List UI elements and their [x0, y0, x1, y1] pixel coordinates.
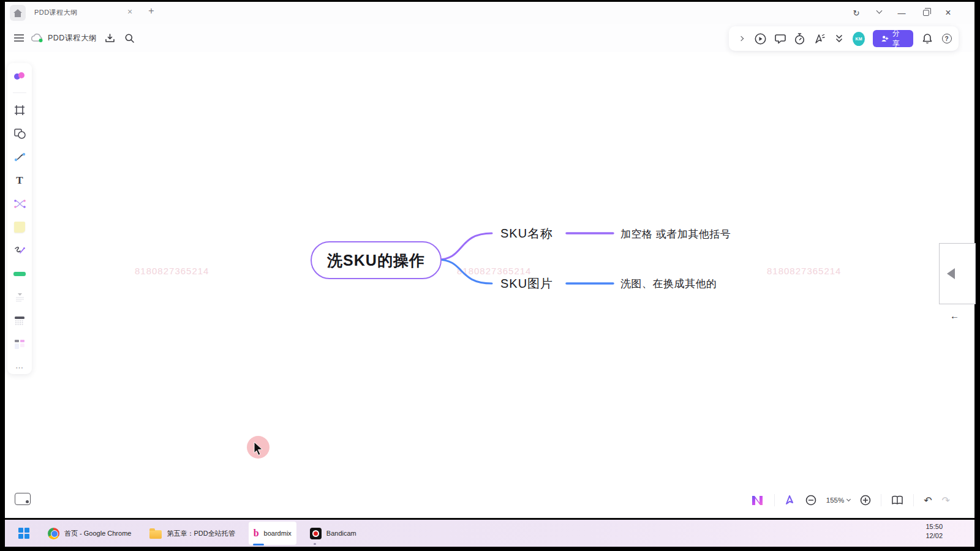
taskbar-item-chrome[interactable]: 首页 - Google Chrome: [43, 522, 136, 545]
mindmap-branch-node[interactable]: SKU图片: [500, 276, 553, 292]
laser-pointer-button[interactable]: [813, 32, 825, 45]
close-icon: ×: [945, 7, 951, 18]
synced-dot: [39, 39, 43, 42]
refresh-button[interactable]: ↻: [849, 7, 864, 19]
tab-close-icon[interactable]: ×: [125, 7, 135, 17]
share-label: 分享: [892, 28, 905, 49]
refresh-icon: ↻: [853, 9, 860, 18]
chevron-down-icon: [846, 497, 851, 501]
shape-tool[interactable]: [13, 127, 26, 140]
cloud-icon: [31, 33, 44, 43]
document-title[interactable]: PDD课程大纲: [48, 33, 97, 43]
comment-icon: [775, 34, 786, 44]
sync-status: [31, 31, 44, 45]
collapse-more-button[interactable]: [833, 32, 845, 45]
table-icon: [14, 316, 25, 326]
mindmap-leaf-node[interactable]: 加空格 或者加其他括号: [620, 227, 731, 241]
close-button[interactable]: ×: [941, 7, 956, 19]
more-tools-button[interactable]: ⋯: [13, 361, 26, 374]
boardmix-icon: b: [254, 528, 259, 539]
templates-button[interactable]: [13, 69, 26, 82]
taskbar-item-bandicam[interactable]: Bandicam: [305, 522, 361, 545]
minimize-icon: —: [898, 9, 906, 18]
taskbar-item-folder[interactable]: 第五章：PDD全站托管: [145, 522, 239, 545]
divider: [774, 494, 775, 506]
download-button[interactable]: [103, 31, 116, 45]
mindmap-icon: [14, 200, 26, 208]
taskbar-clock[interactable]: 15:50 12/02: [925, 522, 943, 541]
mindmap-leaf-node[interactable]: 洗图、在换成其他的: [620, 277, 717, 291]
expand-left-icon: [947, 268, 955, 279]
mouse-cursor-icon: [252, 441, 265, 456]
frame-tool[interactable]: [13, 103, 26, 116]
select-cursor-icon[interactable]: [785, 495, 796, 506]
maximize-button[interactable]: [919, 7, 933, 19]
chevron-right-icon: [738, 36, 743, 41]
presentation-mode-button[interactable]: [15, 493, 31, 505]
mindmap-connectors: [5, 2, 974, 518]
minimize-button[interactable]: —: [894, 7, 909, 19]
sticky-note-tool[interactable]: [13, 220, 26, 233]
chart-tool[interactable]: [13, 291, 26, 304]
redo-button[interactable]: ↷: [942, 495, 950, 506]
timer-button[interactable]: [794, 32, 805, 45]
help-icon: ?: [942, 34, 952, 43]
present-play-button[interactable]: [755, 32, 766, 45]
minimap-button[interactable]: [891, 495, 903, 505]
titlebar: PDD课程大纲 × + ↻ — ×: [5, 2, 974, 24]
right-panel-toggle[interactable]: [939, 243, 976, 304]
help-button[interactable]: ?: [941, 32, 952, 45]
running-indicator: [314, 543, 316, 545]
home-button[interactable]: [10, 5, 26, 21]
comment-button[interactable]: [774, 32, 786, 45]
frame-icon: [14, 105, 25, 116]
chevron-down-icon: [876, 8, 882, 14]
folder-icon: [149, 530, 162, 539]
double-chevron-down-icon: [835, 34, 843, 43]
expand-toolbar-button[interactable]: [735, 32, 747, 45]
zoom-in-button[interactable]: [860, 495, 871, 506]
clock-date: 12/02: [925, 531, 943, 541]
window-menu-button[interactable]: [872, 6, 886, 18]
highlight-bar-icon: [13, 272, 26, 276]
avatar[interactable]: KM: [853, 32, 865, 46]
watermark: 8180827365214: [767, 266, 841, 276]
edge-cursor-arrow: ←: [950, 310, 959, 321]
text-tool[interactable]: T: [13, 174, 26, 187]
search-button[interactable]: [123, 31, 136, 45]
shapes-icon: [14, 129, 26, 139]
zoom-controls: 155% ↶ ↷: [751, 490, 950, 511]
connector-tool[interactable]: [13, 151, 26, 163]
main-menu-button[interactable]: [12, 31, 26, 45]
divider: [881, 494, 881, 506]
share-button[interactable]: 分享: [873, 30, 913, 47]
kanban-tool[interactable]: [13, 338, 26, 351]
zoom-out-button[interactable]: [805, 495, 816, 506]
undo-button[interactable]: ↶: [924, 495, 932, 506]
restore-icon: [923, 10, 929, 16]
mindmap-branch-node[interactable]: SKU名称: [500, 225, 553, 242]
windows-start-icon: [18, 528, 29, 539]
zoom-level-dropdown[interactable]: 155%: [826, 497, 850, 504]
table-tool[interactable]: [13, 314, 26, 327]
new-tab-button[interactable]: +: [146, 6, 157, 17]
mindmap-tool[interactable]: [13, 197, 26, 210]
notifications-button[interactable]: [921, 32, 933, 45]
boardmix-logo-icon: [13, 72, 26, 80]
search-icon: [125, 34, 134, 43]
bell-icon: [922, 33, 932, 44]
play-circle-icon: [755, 33, 766, 45]
active-indicator: [253, 544, 264, 545]
taskbar-item-label: Bandicam: [326, 530, 356, 537]
start-button[interactable]: [13, 522, 34, 545]
ai-assistant-icon[interactable]: [751, 495, 764, 506]
taskbar-item-boardmix[interactable]: b boardmix: [249, 522, 296, 545]
tab-title[interactable]: PDD课程大纲: [34, 8, 78, 17]
home-icon: [13, 9, 22, 17]
taskbar: 首页 - Google Chrome 第五章：PDD全站托管 b boardmi…: [5, 520, 974, 547]
highlight-tool[interactable]: [13, 268, 26, 280]
connector-icon: [14, 152, 26, 162]
mindmap-root-node[interactable]: 洗SKU的操作: [311, 241, 442, 279]
pen-tool[interactable]: [13, 244, 26, 257]
app-window: PDD课程大纲 × + ↻ — × PDD课程大纲: [5, 2, 974, 518]
